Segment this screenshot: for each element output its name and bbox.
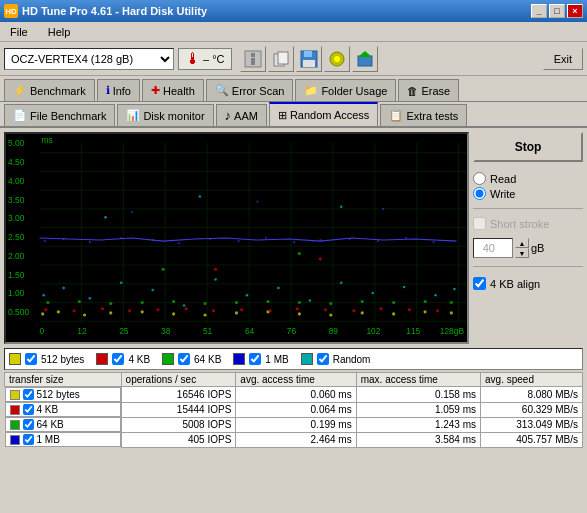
spin-up-button[interactable]: ▲ xyxy=(515,238,529,248)
svg-text:0.500: 0.500 xyxy=(8,307,29,317)
legend-check-1mb[interactable] xyxy=(249,353,261,365)
svg-point-97 xyxy=(361,300,364,303)
tab-file-bm-label: File Benchmark xyxy=(30,110,106,122)
cell-avg-0: 0.060 ms xyxy=(236,387,356,403)
radio-write[interactable] xyxy=(473,187,486,200)
legend-label-64kb: 64 KB xyxy=(194,354,221,365)
col-speed: avg. speed xyxy=(481,373,583,387)
radio-read-item[interactable]: Read xyxy=(473,172,583,185)
svg-rect-7 xyxy=(303,60,315,67)
legend-color-1mb xyxy=(233,353,245,365)
cell-speed-1: 60.329 MB/s xyxy=(481,402,583,417)
exit-button[interactable]: Exit xyxy=(543,48,583,70)
toolbar: OCZ-VERTEX4 (128 gB) 🌡 – °C Exit xyxy=(0,42,587,76)
row-check-512[interactable] xyxy=(23,389,34,400)
row-check-64kb[interactable] xyxy=(23,419,34,430)
tab-health[interactable]: ✚ Health xyxy=(142,79,204,101)
svg-text:128gB: 128gB xyxy=(440,326,465,336)
temperature-display: 🌡 – °C xyxy=(178,48,232,70)
svg-point-122 xyxy=(63,238,65,240)
legend-1mb: 1 MB xyxy=(233,351,288,367)
tab-random-access[interactable]: ⊞ Random Access xyxy=(269,102,378,126)
svg-point-131 xyxy=(319,239,321,241)
svg-point-58 xyxy=(109,311,112,314)
bottom-area: 512 bytes 4 KB 64 KB 1 MB Random transfe… xyxy=(0,348,587,452)
svg-point-119 xyxy=(199,195,202,197)
svg-point-128 xyxy=(238,240,240,242)
minimize-button[interactable]: _ xyxy=(531,4,547,18)
row-color-1mb xyxy=(10,435,20,445)
tab-benchmark[interactable]: ⚡ Benchmark xyxy=(4,79,95,101)
legend-check-512[interactable] xyxy=(25,353,37,365)
tab-health-label: Health xyxy=(163,85,195,97)
svg-text:5.00: 5.00 xyxy=(8,139,25,149)
legend-check-64kb[interactable] xyxy=(178,353,190,365)
cell-speed-2: 313.049 MB/s xyxy=(481,417,583,432)
svg-point-136 xyxy=(131,211,133,213)
kb-align-item[interactable]: 4 KB align xyxy=(473,277,583,290)
radio-read-label[interactable]: Read xyxy=(490,173,516,185)
radio-write-item[interactable]: Write xyxy=(473,187,583,200)
short-stroke-checkbox[interactable] xyxy=(473,217,486,230)
row-check-4kb[interactable] xyxy=(23,404,34,415)
tab-file-benchmark[interactable]: 📄 File Benchmark xyxy=(4,104,115,126)
legend-label-1mb: 1 MB xyxy=(265,354,288,365)
tab-extra-tests[interactable]: 📋 Extra tests xyxy=(380,104,467,126)
svg-point-72 xyxy=(101,307,104,310)
main-content: 5.00 4.50 4.00 3.50 3.00 2.50 2.00 1.50 … xyxy=(0,128,587,348)
svg-point-75 xyxy=(185,307,188,310)
legend-label-random: Random xyxy=(333,354,371,365)
drive-selector[interactable]: OCZ-VERTEX4 (128 gB) xyxy=(4,48,174,70)
svg-point-95 xyxy=(298,301,301,304)
tab-info[interactable]: ℹ Info xyxy=(97,79,140,101)
svg-point-9 xyxy=(334,56,340,62)
toolbar-btn-2[interactable] xyxy=(268,46,294,72)
tab-aam[interactable]: ♪ AAM xyxy=(216,104,267,126)
cell-speed-3: 405.757 MB/s xyxy=(481,432,583,447)
svg-point-107 xyxy=(151,289,154,291)
radio-read[interactable] xyxy=(473,172,486,185)
window-controls[interactable]: _ □ × xyxy=(531,4,583,18)
svg-point-55 xyxy=(41,312,44,315)
benchmark-icon: ⚡ xyxy=(13,84,27,97)
toolbar-btn-3[interactable] xyxy=(296,46,322,72)
tab-erase-label: Erase xyxy=(421,85,450,97)
svg-point-70 xyxy=(44,308,47,311)
tab-extra-label: Extra tests xyxy=(406,110,458,122)
svg-point-80 xyxy=(324,308,327,311)
legend-label-512: 512 bytes xyxy=(41,354,84,365)
extra-icon: 📋 xyxy=(389,109,403,122)
menu-file[interactable]: File xyxy=(4,24,34,40)
tab-folder-label: Folder Usage xyxy=(321,85,387,97)
spin-down-button[interactable]: ▼ xyxy=(515,248,529,258)
legend-check-random[interactable] xyxy=(317,353,329,365)
access-type-group: Read Write xyxy=(473,172,583,200)
toolbar-buttons xyxy=(240,46,378,72)
svg-text:3.00: 3.00 xyxy=(8,213,25,223)
svg-text:115: 115 xyxy=(406,326,420,336)
toolbar-btn-5[interactable] xyxy=(352,46,378,72)
cell-ops-3: 405 IOPS xyxy=(121,432,236,447)
maximize-button[interactable]: □ xyxy=(549,4,565,18)
toolbar-btn-1[interactable] xyxy=(240,46,266,72)
svg-point-105 xyxy=(89,297,92,299)
disk-mon-icon: 📊 xyxy=(126,109,140,122)
stroke-size-input[interactable] xyxy=(473,238,513,258)
tab-disk-monitor[interactable]: 📊 Disk monitor xyxy=(117,104,213,126)
tab-folder-usage[interactable]: 📁 Folder Usage xyxy=(295,79,396,101)
menu-help[interactable]: Help xyxy=(42,24,77,40)
row-check-1mb[interactable] xyxy=(23,434,34,445)
svg-text:1.50: 1.50 xyxy=(8,270,25,280)
kb-align-checkbox[interactable] xyxy=(473,277,486,290)
legend-check-4kb[interactable] xyxy=(112,353,124,365)
tab-row-2: 📄 File Benchmark 📊 Disk monitor ♪ AAM ⊞ … xyxy=(0,102,587,128)
stop-button[interactable]: Stop xyxy=(473,132,583,162)
svg-point-96 xyxy=(329,302,332,305)
error-scan-icon: 🔍 xyxy=(215,84,229,97)
radio-write-label[interactable]: Write xyxy=(490,188,515,200)
toolbar-btn-4[interactable] xyxy=(324,46,350,72)
tab-erase[interactable]: 🗑 Erase xyxy=(398,79,459,101)
close-button[interactable]: × xyxy=(567,4,583,18)
svg-text:64: 64 xyxy=(245,326,255,336)
tab-error-scan[interactable]: 🔍 Error Scan xyxy=(206,79,294,101)
